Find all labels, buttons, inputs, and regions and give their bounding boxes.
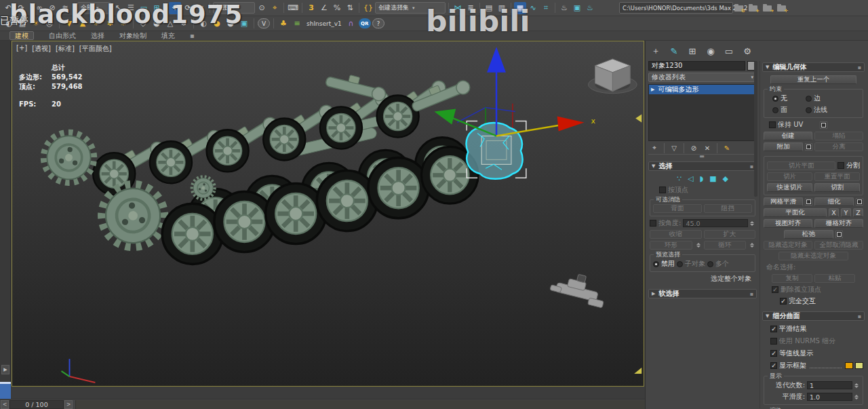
redo-icon[interactable]: ↷	[15, 2, 27, 14]
grid-align-button[interactable]: 栅格对齐	[814, 219, 863, 228]
backface-button[interactable]: 背面	[653, 204, 702, 213]
by-vertex-checkbox[interactable]	[659, 187, 666, 193]
unhide-all-button[interactable]: 全部取消隐藏	[814, 241, 863, 250]
spotlight-icon[interactable]: ▼	[63, 18, 75, 29]
copy-button[interactable]: 复制	[772, 274, 812, 283]
tab-selection[interactable]: 选择	[91, 31, 104, 41]
pin-icon[interactable]: ▪	[858, 313, 861, 319]
tab-modeling[interactable]: 建模	[9, 31, 34, 40]
quickslice-button[interactable]: 快速切片	[767, 183, 812, 192]
smooth-result-checkbox[interactable]	[770, 326, 777, 332]
pie-icon[interactable]: ◕	[151, 18, 163, 29]
pin-icon[interactable]: ▪	[750, 291, 753, 297]
reference-coordinate-dropdown[interactable]: 视图▾	[213, 2, 255, 14]
tab-object-paint[interactable]: 对象绘制	[119, 31, 146, 41]
utilities-tab-icon[interactable]: ⚙	[741, 45, 753, 57]
make-planar-button[interactable]: 平面化	[764, 208, 827, 217]
forest-icon[interactable]: ♣	[277, 18, 290, 29]
pin-icon[interactable]: ▪	[750, 163, 753, 170]
preserve-uv-checkbox[interactable]	[769, 121, 776, 128]
target-light-icon[interactable]: ▲	[77, 18, 89, 29]
attach-settings-icon[interactable]	[805, 143, 812, 151]
modifier-list-dropdown[interactable]: 修改器列表 ▾	[648, 73, 757, 82]
mirror-icon[interactable]: ⋈	[452, 2, 464, 14]
next-frame-button[interactable]: >	[64, 400, 73, 409]
msmooth-settings-icon[interactable]	[805, 198, 812, 206]
display-smoothness-spinner[interactable]: 1.0	[807, 393, 860, 402]
tab-freeform[interactable]: 自由形式	[49, 31, 76, 41]
polygon-subobject-icon[interactable]: ■	[709, 174, 716, 183]
folder-add-icon[interactable]: +	[748, 3, 759, 13]
viewport-pov-label[interactable]: [透视]	[32, 44, 51, 54]
select-object-icon[interactable]: ↖	[112, 2, 124, 14]
region-select-icon[interactable]: ▭	[138, 2, 150, 14]
project-folder-dropdown[interactable]: C:\Users\HONOR\Documents\3ds Max 2022▾	[619, 2, 733, 14]
display-iterations-spinner[interactable]: 1	[807, 381, 860, 390]
constraint-none-radio[interactable]	[772, 96, 778, 102]
omni-light-icon[interactable]: ☀	[90, 18, 102, 29]
select-manipulate-icon[interactable]: ⌖	[269, 2, 281, 14]
pin-icon[interactable]: ▪	[858, 64, 861, 71]
remove-modifier-icon[interactable]: ✕	[701, 143, 713, 153]
use-pivot-center-icon[interactable]: ⊙	[256, 2, 268, 14]
constraint-edge-radio[interactable]	[806, 96, 812, 102]
expand-tray-button[interactable]: ▶	[1, 365, 9, 374]
show-end-result-icon[interactable]: ▽	[668, 143, 680, 153]
render-setup-icon[interactable]: ♨	[558, 2, 570, 14]
current-frame-field[interactable]: 0 / 100	[9, 400, 64, 409]
rendered-frame-icon[interactable]: ▣	[571, 2, 583, 14]
occluded-button[interactable]: 阻挡	[704, 204, 753, 213]
cut-button[interactable]: 切割	[814, 183, 860, 192]
planar-y-button[interactable]: Y	[841, 208, 851, 217]
cage-color-swatch[interactable]	[845, 362, 853, 369]
track-bar[interactable]	[75, 400, 645, 409]
display-box-icon[interactable]: ▣	[238, 18, 250, 29]
named-selection-set-dropdown[interactable]: 创建选择集▾	[375, 2, 446, 14]
attach-button[interactable]: 附加	[764, 142, 803, 151]
stack-item-editable-poly[interactable]: ▶ 可编辑多边形	[649, 85, 756, 94]
vray-icon[interactable]: V	[258, 18, 270, 28]
curve-editor-icon[interactable]: ∿	[527, 2, 539, 14]
constraint-face-radio[interactable]	[772, 107, 778, 113]
element-subobject-icon[interactable]: ◆	[723, 174, 728, 183]
select-move-icon[interactable]: ✛	[169, 2, 181, 14]
viewport-shading-label[interactable]: [平面颜色]	[79, 44, 112, 54]
palette-icon[interactable]: ◕	[224, 18, 237, 29]
expand-arrow-icon[interactable]: ▶	[651, 87, 654, 92]
shrink-button[interactable]: 收缩	[650, 230, 702, 239]
loop-spinner[interactable]	[748, 241, 755, 250]
panel-resize-handle[interactable]: ▬	[648, 155, 757, 158]
hide-selected-button[interactable]: 隐藏选定对象	[764, 241, 812, 250]
window-crossing-icon[interactable]: ⊞	[151, 2, 163, 14]
pin-stack-icon[interactable]: ⌖	[648, 143, 660, 153]
ring-spinner[interactable]	[694, 241, 702, 250]
perspective-viewport[interactable]: x [+] [透视] [标准] [	[12, 41, 644, 387]
pyramid-icon[interactable]: △	[164, 18, 176, 29]
qr-icon[interactable]: QR	[359, 18, 371, 28]
undo-icon[interactable]: ↶	[2, 2, 14, 14]
border-subobject-icon[interactable]: ◗	[699, 174, 703, 183]
subdivision-rollout-header[interactable]: ▼细分曲面▪	[762, 311, 865, 321]
configure-modifier-sets-icon[interactable]: ✎	[721, 143, 733, 153]
angle-spinner[interactable]: 45.0	[683, 219, 755, 228]
edge-subobject-icon[interactable]: ◁	[688, 174, 693, 183]
relax-settings-icon[interactable]	[835, 231, 843, 238]
color-dots-icon[interactable]: ◕	[211, 18, 223, 29]
tessellate-settings-icon[interactable]	[856, 198, 863, 206]
select-rotate-icon[interactable]: ⟳	[182, 2, 194, 14]
view-align-button[interactable]: 视图对齐	[764, 219, 812, 228]
schematic-view-icon[interactable]: ⌗	[540, 2, 552, 14]
full-interactivity-checkbox[interactable]	[780, 298, 787, 305]
slice-button[interactable]: 切片	[767, 172, 812, 181]
render-production-icon[interactable]: ♨	[584, 2, 596, 14]
constraint-normal-radio[interactable]	[806, 107, 812, 113]
loop-button[interactable]: 循环	[704, 241, 747, 250]
display-tab-icon[interactable]: ▭	[723, 45, 735, 57]
slate-material-icon[interactable]: ▦	[16, 18, 28, 29]
select-scale-icon[interactable]: ⊿	[195, 2, 207, 14]
modifier-stack[interactable]: ▶ 可编辑多边形	[648, 84, 757, 141]
headphones-icon[interactable]: ∩	[345, 18, 357, 29]
ring-button[interactable]: 环形	[650, 241, 692, 250]
angle-snap-icon[interactable]: ∠	[318, 2, 330, 14]
folder-pick-icon[interactable]: ✛	[776, 3, 787, 13]
